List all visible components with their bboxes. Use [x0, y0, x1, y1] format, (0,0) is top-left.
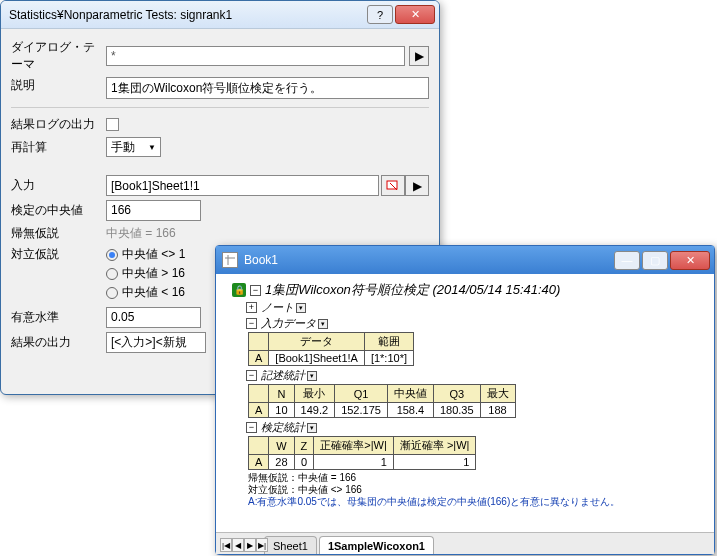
col-data: データ	[269, 333, 365, 351]
alt-radio-lt[interactable]	[106, 287, 118, 299]
desc-stats-table: N 最小 Q1 中央値 Q3 最大 A 10 149.2 152.175 158…	[248, 384, 516, 418]
footnote: 帰無仮説：中央値 = 166 対立仮説：中央値 <> 166 A:有意水準0.0…	[248, 472, 706, 508]
help-button[interactable]: ?	[367, 5, 393, 24]
col-blank	[249, 333, 269, 351]
book-window: Book1 — ▢ ✕ 🔒 − 1集団Wilcoxon符号順位検定 (2014/…	[215, 245, 715, 555]
book-min-button[interactable]: —	[614, 251, 640, 270]
theme-dropdown[interactable]: *	[106, 46, 405, 66]
inputdata-menu-icon[interactable]: ▾	[318, 319, 328, 329]
alt-label-ne: 中央値 <> 1	[122, 246, 185, 263]
book-content: 🔒 − 1集団Wilcoxon符号順位検定 (2014/05/14 15:41:…	[216, 274, 714, 532]
collapse-teststat[interactable]: −	[246, 422, 257, 433]
null-hyp-label: 帰無仮説	[11, 225, 106, 242]
inputdata-label: 入力データ	[261, 316, 316, 331]
tab-sheet1[interactable]: Sheet1	[264, 536, 317, 554]
cell-range: [1*:10*]	[364, 351, 413, 366]
workbook-icon	[222, 252, 238, 268]
input-data-table: データ 範囲 A [Book1]Sheet1!A [1*:10*]	[248, 332, 414, 366]
svg-rect-1	[225, 255, 235, 265]
alt-hyp-label: 対立仮説	[11, 246, 106, 263]
close-button[interactable]: ✕	[395, 5, 435, 24]
teststat-label: 検定統計	[261, 420, 305, 435]
result-out-label: 結果の出力	[11, 334, 106, 351]
recalc-select[interactable]: 手動	[106, 137, 161, 157]
row-a: A	[249, 351, 269, 366]
theme-label: ダイアログ・テーマ	[11, 39, 106, 73]
lock-icon: 🔒	[232, 283, 246, 297]
range-picker-button[interactable]	[381, 175, 405, 196]
result-out-field[interactable]: [<入力>]<新規	[106, 332, 206, 353]
recalc-label: 再計算	[11, 139, 106, 156]
input-range-field[interactable]: [Book1]Sheet1!1	[106, 175, 379, 196]
dialog-title: Statistics¥Nonparametric Tests: signrank…	[9, 8, 365, 22]
null-hyp-value: 中央値 = 166	[106, 225, 176, 242]
col-range: 範囲	[364, 333, 413, 351]
collapse-root[interactable]: −	[250, 285, 261, 296]
collapse-inputdata[interactable]: −	[246, 318, 257, 329]
test-stats-table: W Z 正確確率>|W| 漸近確率 >|W| A 28 0 1 1	[248, 436, 476, 470]
tab-nav[interactable]: |◀◀▶▶|	[220, 538, 268, 552]
collapse-descstat[interactable]: −	[246, 370, 257, 381]
expand-note[interactable]: +	[246, 302, 257, 313]
cell-data: [Book1]Sheet1!A	[269, 351, 365, 366]
desc-label: 説明	[11, 77, 106, 94]
input-label: 入力	[11, 177, 106, 194]
range-menu-button[interactable]: ▶	[405, 175, 429, 196]
book-max-button[interactable]: ▢	[642, 251, 668, 270]
siglevel-label: 有意水準	[11, 309, 106, 326]
descstat-menu-icon[interactable]: ▾	[307, 371, 317, 381]
book-close-button[interactable]: ✕	[670, 251, 710, 270]
alt-radio-ne[interactable]	[106, 249, 118, 261]
theme-menu-button[interactable]: ▶	[409, 46, 429, 66]
alt-label-lt: 中央値 < 16	[122, 284, 185, 301]
teststat-menu-icon[interactable]: ▾	[307, 423, 317, 433]
test-median-input[interactable]: 166	[106, 200, 201, 221]
book-title: Book1	[244, 253, 612, 267]
sheet-tab-bar: |◀◀▶▶| Sheet1 1SampleWicoxon1	[216, 532, 714, 554]
note-label: ノート	[261, 300, 294, 315]
output-log-label: 結果ログの出力	[11, 116, 106, 133]
dialog-titlebar[interactable]: Statistics¥Nonparametric Tests: signrank…	[1, 1, 439, 29]
output-log-checkbox[interactable]	[106, 118, 119, 131]
desc-text: 1集団のWilcoxon符号順位検定を行う。	[106, 77, 429, 99]
descstat-label: 記述統計	[261, 368, 305, 383]
test-median-label: 検定の中央値	[11, 202, 106, 219]
siglevel-input[interactable]: 0.05	[106, 307, 201, 328]
alt-label-gt: 中央値 > 16	[122, 265, 185, 282]
book-titlebar[interactable]: Book1 — ▢ ✕	[216, 246, 714, 274]
alt-hyp-group: 中央値 <> 1 中央値 > 16 中央値 < 16	[106, 246, 185, 303]
result-heading: 1集団Wilcoxon符号順位検定 (2014/05/14 15:41:40)	[265, 281, 560, 299]
tab-wilcoxon[interactable]: 1SampleWicoxon1	[319, 536, 434, 554]
note-menu-icon[interactable]: ▾	[296, 303, 306, 313]
alt-radio-gt[interactable]	[106, 268, 118, 280]
